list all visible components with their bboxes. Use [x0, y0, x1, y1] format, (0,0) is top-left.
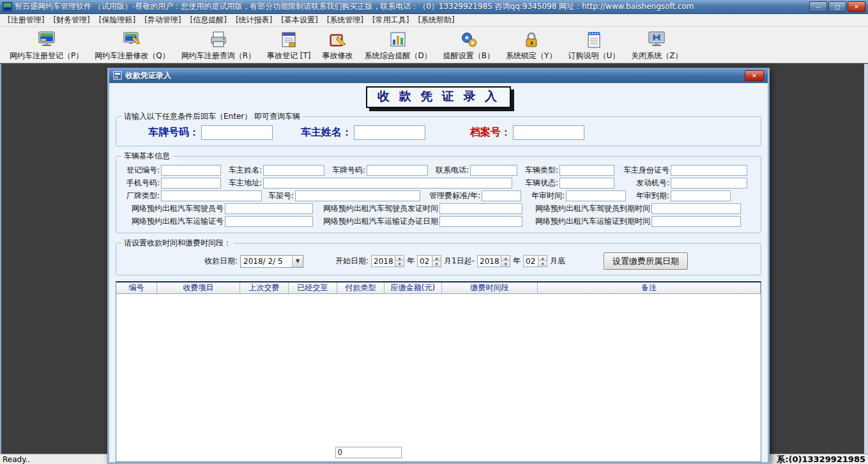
toolbar-register-button[interactable]: 网约车注册登记（P）	[4, 29, 89, 62]
menu-change[interactable]: [异动管理]	[141, 14, 185, 26]
edit-registration-icon	[123, 29, 142, 50]
toolbar-accident-modify-button[interactable]: 事故修改	[317, 29, 359, 62]
plate-no-input2[interactable]	[367, 165, 428, 176]
mgmt-fee-input[interactable]	[482, 190, 521, 201]
toolbar-order-button[interactable]: 订购说明（U）	[562, 29, 625, 62]
file-number-input[interactable]	[513, 125, 584, 140]
set-fee-period-button[interactable]: 设置缴费所属日期	[604, 252, 688, 270]
dialog-titlebar[interactable]: 收款凭证录入 ✕	[109, 68, 768, 83]
transport-cert-due-label: 网络预约出租汽车运输证到期时间	[522, 216, 651, 227]
transport-cert-issue-input[interactable]	[439, 216, 522, 227]
col-header-pay-type[interactable]: 付款类型	[337, 282, 385, 293]
mobile-input[interactable]	[161, 178, 221, 189]
annual-due-input[interactable]	[671, 190, 731, 201]
phone-label: 联系电话:	[428, 165, 470, 176]
accident-register-icon	[279, 29, 298, 50]
end-year-spinner[interactable]: 2018 ▲▼	[477, 255, 510, 267]
plate-number-label: 车牌号码：	[148, 126, 199, 139]
toolbar-lock-button[interactable]: 系统锁定（Y）	[500, 29, 562, 62]
menu-system[interactable]: [系统管理]	[323, 14, 367, 26]
menu-tools[interactable]: [常用工具]	[369, 14, 413, 26]
toolbar-close-system-button[interactable]: 关闭系统（Z）	[625, 29, 688, 62]
brand-type-input[interactable]	[161, 190, 262, 201]
phone-input[interactable]	[470, 165, 517, 176]
transport-cert-due-input[interactable]	[651, 216, 741, 227]
transport-cert-no-label: 网络预约出租汽车运输证号	[121, 216, 225, 227]
col-header-fee-item[interactable]: 收费项目	[157, 282, 240, 293]
vehicle-status-input[interactable]	[560, 178, 614, 189]
menu-help[interactable]: [系统帮助]	[414, 14, 458, 26]
spin-up-icon[interactable]: ▲	[501, 256, 510, 261]
toolbar-label: 网约车注册登记（P）	[10, 50, 83, 61]
owner-name-input[interactable]	[354, 125, 425, 140]
app-logo-icon	[3, 2, 12, 12]
toolbar-reminder-settings-button[interactable]: 提醒设置（B）	[438, 29, 500, 62]
col-header-last-paid[interactable]: 上次交费	[240, 282, 289, 293]
amount-input[interactable]	[335, 447, 402, 458]
annual-check-label: 年审时间:	[521, 190, 566, 201]
owner-name-input2[interactable]	[263, 165, 324, 176]
plate-no-label2: 车牌号码:	[324, 165, 367, 176]
toolbar-system-reminder-button[interactable]: 系统综合提醒（D）	[359, 29, 438, 62]
start-year-spinner[interactable]: 2018 ▲▼	[371, 255, 404, 267]
window-titlebar[interactable]: 智百盛网约车管理软件 （试用版）-尊敬的用户：您使用的是试用版，有部分功能限制请…	[0, 0, 868, 14]
menu-register[interactable]: [注册管理]	[4, 14, 48, 26]
toolbar-query-button[interactable]: 网约车注册查询（R）	[176, 29, 261, 62]
query-group: 请输入以下任意条件后回车（Enter） 即可查询车辆 车牌号码： 车主姓名： 档…	[116, 111, 761, 146]
vehicle-info-legend: 车辆基本信息	[121, 151, 172, 162]
menu-insurance[interactable]: [保险理赔]	[95, 14, 139, 26]
menu-settings[interactable]: [基本设置]	[277, 14, 321, 26]
info-row-1: 登记编号: 车主姓名: 车牌号码: 联系电话: 车辆类型: 车主身份证号	[121, 165, 756, 176]
engine-no-label: 发动机号:	[614, 178, 671, 189]
collect-date-value: 2018/ 2/ 5	[241, 256, 292, 267]
reg-no-input[interactable]	[161, 165, 221, 176]
plate-number-input[interactable]	[201, 125, 273, 140]
dialog-close-button[interactable]: ✕	[745, 70, 764, 81]
spin-up-icon[interactable]: ▲	[395, 256, 404, 261]
minimize-button[interactable]: —	[809, 1, 827, 12]
frame-no-input[interactable]	[295, 190, 420, 201]
info-row-5: 网络预约出租汽车运输证号 网络预约出租汽车运输证办证日期 网络预约出租汽车运输证…	[121, 216, 756, 227]
col-header-fee-period[interactable]: 缴费时间段	[442, 282, 538, 293]
spin-down-icon[interactable]: ▼	[538, 261, 547, 267]
transport-cert-no-input[interactable]	[225, 216, 313, 227]
spin-down-icon[interactable]: ▼	[432, 261, 441, 267]
address-input[interactable]	[263, 178, 512, 189]
toolbar-modify-button[interactable]: 网约车注册修改（Q）	[89, 29, 175, 62]
spin-up-icon[interactable]: ▲	[432, 256, 441, 261]
dialog-title: 收款凭证录入	[125, 70, 171, 81]
heading-wrap: 收 款 凭 证 录 入	[116, 86, 761, 108]
file-number-label: 档案号：	[470, 126, 511, 139]
menu-finance[interactable]: [财务管理]	[49, 14, 93, 26]
vehicle-type-input[interactable]	[560, 165, 614, 176]
end-month-spinner[interactable]: 02 ▲▼	[523, 255, 547, 267]
from-text: 月1日起-	[444, 256, 475, 267]
maximize-button[interactable]: ▢	[828, 1, 846, 12]
menu-reminder[interactable]: [信息提醒]	[187, 14, 231, 26]
dialog-body: 收 款 凭 证 录 入 请输入以下任意条件后回车（Enter） 即可查询车辆 车…	[109, 83, 768, 462]
spin-down-icon[interactable]: ▼	[395, 261, 404, 267]
col-header-remarks[interactable]: 备注	[538, 282, 761, 293]
chevron-down-icon[interactable]: ▼	[292, 256, 303, 267]
owner-id-input[interactable]	[671, 165, 747, 176]
engine-no-input[interactable]	[671, 178, 747, 189]
toolbar-label: 订购说明（U）	[568, 50, 620, 61]
toolbar-accident-register-button[interactable]: 事故登记 [T]	[261, 29, 317, 62]
address-label: 车主地址:	[221, 178, 263, 189]
driver-cert-issue-input[interactable]	[439, 203, 522, 214]
reg-no-label: 登记编号:	[121, 165, 161, 176]
annual-check-input[interactable]	[566, 190, 626, 201]
collect-date-combobox[interactable]: 2018/ 2/ 5 ▼	[240, 255, 303, 268]
driver-cert-due-input[interactable]	[651, 203, 741, 214]
owner-name-label: 车主姓名：	[301, 126, 352, 139]
driver-cert-no-input[interactable]	[225, 203, 313, 214]
fee-grid-body[interactable]	[116, 294, 761, 461]
col-header-paid-until[interactable]: 已经交至	[289, 282, 337, 293]
col-header-amount-due[interactable]: 应缴金额(元)	[385, 282, 442, 293]
start-month-spinner[interactable]: 02 ▲▼	[417, 255, 441, 267]
menu-reports[interactable]: [统计报表]	[232, 14, 276, 26]
spin-up-icon[interactable]: ▲	[538, 256, 547, 261]
close-button[interactable]: ✕	[848, 1, 865, 12]
spin-down-icon[interactable]: ▼	[501, 261, 510, 267]
col-header-number[interactable]: 编号	[116, 282, 157, 293]
